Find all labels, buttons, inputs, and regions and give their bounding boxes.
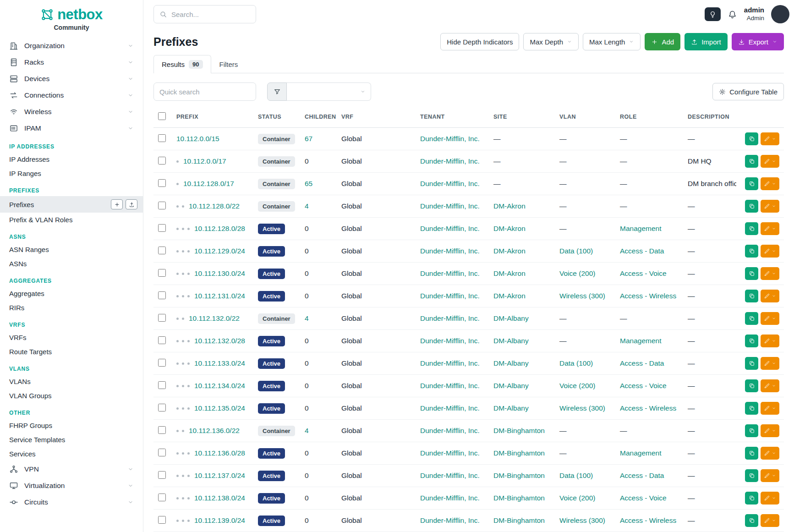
sidebar-item-asns[interactable]: ASNs [0,257,143,271]
sidebar-item-rirs[interactable]: RIRs [0,301,143,315]
prefix-link[interactable]: 10.112.133.0/24 [194,359,245,367]
role-link[interactable]: Access - Data [620,359,664,367]
select-all-checkbox[interactable] [158,112,166,120]
tenant-link[interactable]: Dunder-Mifflin, Inc. [420,180,480,187]
tenant-link[interactable]: Dunder-Mifflin, Inc. [420,404,480,412]
site-link[interactable]: DM-Albany [493,382,529,389]
global-search-input[interactable] [171,11,250,18]
edit-button[interactable] [761,357,779,370]
row-checkbox[interactable] [158,224,166,232]
row-checkbox[interactable] [158,359,166,367]
prefix-link[interactable]: 10.112.138.0/24 [194,494,245,502]
tenant-link[interactable]: Dunder-Mifflin, Inc. [420,337,480,345]
max-length-dropdown[interactable]: Max Length [583,33,641,50]
row-checkbox[interactable] [158,314,166,322]
sidebar-item-ip-ranges[interactable]: IP Ranges [0,166,143,181]
edit-button[interactable] [761,402,779,415]
sidebar-item-ip-addresses[interactable]: IP Addresses [0,152,143,166]
children-count[interactable]: 4 [305,314,309,322]
edit-button[interactable] [761,312,779,325]
tab-results[interactable]: Results 90 [153,55,211,73]
vlan-link[interactable]: Wireless (300) [559,292,605,300]
row-checkbox[interactable] [158,269,166,277]
prefix-link[interactable]: 10.112.129.0/24 [194,247,245,255]
column-header-prefix[interactable]: Prefix [172,106,253,128]
sidebar-item-prefixes[interactable]: Prefixes [0,196,143,213]
quick-add-button[interactable] [111,199,123,209]
configure-table-button[interactable]: Configure Table [712,83,784,100]
prefix-link[interactable]: 10.112.135.0/24 [194,404,245,412]
prefix-link[interactable]: 10.112.0.0/17 [183,157,226,165]
tenant-link[interactable]: Dunder-Mifflin, Inc. [420,427,480,434]
role-link[interactable]: Access - Wireless [620,292,676,300]
export-button[interactable]: Export [732,33,784,50]
site-link[interactable]: DM-Albany [493,314,529,322]
role-link[interactable]: Access - Data [620,472,664,479]
edit-button[interactable] [761,379,779,392]
tenant-link[interactable]: Dunder-Mifflin, Inc. [420,472,480,479]
sidebar-item-asn-ranges[interactable]: ASN Ranges [0,242,143,257]
row-checkbox[interactable] [158,516,166,524]
edit-button[interactable] [761,447,779,460]
vlan-link[interactable]: Wireless (300) [559,516,605,524]
row-checkbox[interactable] [158,381,166,389]
import-button[interactable]: Import [684,33,728,50]
role-link[interactable]: Access - Wireless [620,404,676,412]
prefix-link[interactable]: 10.112.128.0/22 [189,202,240,210]
site-link[interactable]: DM-Binghamton [493,516,545,524]
clone-button[interactable] [745,514,758,527]
edit-button[interactable] [761,155,779,168]
edit-button[interactable] [761,132,779,145]
row-checkbox[interactable] [158,336,166,344]
sidebar-item-services[interactable]: Services [0,447,143,461]
clone-button[interactable] [745,177,758,190]
tenant-link[interactable]: Dunder-Mifflin, Inc. [420,494,480,502]
site-link[interactable]: DM-Akron [493,225,526,232]
sidebar-item-route-targets[interactable]: Route Targets [0,345,143,359]
site-link[interactable]: DM-Binghamton [493,494,545,502]
sidebar-item-racks[interactable]: Racks [0,54,143,71]
prefix-link[interactable]: 10.112.130.0/24 [194,269,245,277]
saved-filter-select[interactable] [287,82,371,101]
edit-button[interactable] [761,177,779,190]
edit-button[interactable] [761,514,779,527]
prefix-link[interactable]: 10.112.132.0/28 [194,337,245,345]
clone-button[interactable] [745,357,758,370]
role-link[interactable]: Access - Voice [620,494,667,502]
row-checkbox[interactable] [158,494,166,501]
clone-button[interactable] [745,132,758,145]
sidebar-item-vpn[interactable]: VPN [0,461,143,477]
role-link[interactable]: Management [620,337,661,345]
prefix-link[interactable]: 10.112.139.0/24 [194,516,245,524]
tenant-link[interactable]: Dunder-Mifflin, Inc. [420,314,480,322]
site-link[interactable]: DM-Akron [493,269,526,277]
prefix-link[interactable]: 10.112.131.0/24 [194,292,245,300]
notifications-button[interactable] [728,10,737,19]
tenant-link[interactable]: Dunder-Mifflin, Inc. [420,202,480,210]
tenant-link[interactable]: Dunder-Mifflin, Inc. [420,382,480,389]
filter-button[interactable] [267,82,287,101]
site-link[interactable]: DM-Binghamton [493,449,545,457]
site-link[interactable]: DM-Albany [493,404,529,412]
role-link[interactable]: Access - Wireless [620,516,676,524]
tenant-link[interactable]: Dunder-Mifflin, Inc. [420,135,480,143]
row-checkbox[interactable] [158,471,166,479]
prefix-link[interactable]: 10.112.136.0/22 [189,427,240,434]
site-link[interactable]: DM-Albany [493,359,529,367]
tenant-link[interactable]: Dunder-Mifflin, Inc. [420,225,480,232]
children-count[interactable]: 4 [305,427,309,434]
site-link[interactable]: DM-Akron [493,292,526,300]
prefix-link[interactable]: 10.112.128.0/28 [194,225,245,232]
site-link[interactable]: DM-Akron [493,247,526,255]
edit-button[interactable] [761,245,779,258]
clone-button[interactable] [745,492,758,505]
clone-button[interactable] [745,267,758,280]
prefix-link[interactable]: 10.112.137.0/24 [194,472,245,479]
column-header-vlan[interactable]: VLAN [555,106,615,128]
role-link[interactable]: Access - Voice [620,269,667,277]
vlan-link[interactable]: Data (100) [559,359,593,367]
edit-button[interactable] [761,492,779,505]
site-link[interactable]: DM-Akron [493,202,526,210]
sidebar-item-organization[interactable]: Organization [0,38,143,54]
column-header-site[interactable]: Site [489,106,555,128]
